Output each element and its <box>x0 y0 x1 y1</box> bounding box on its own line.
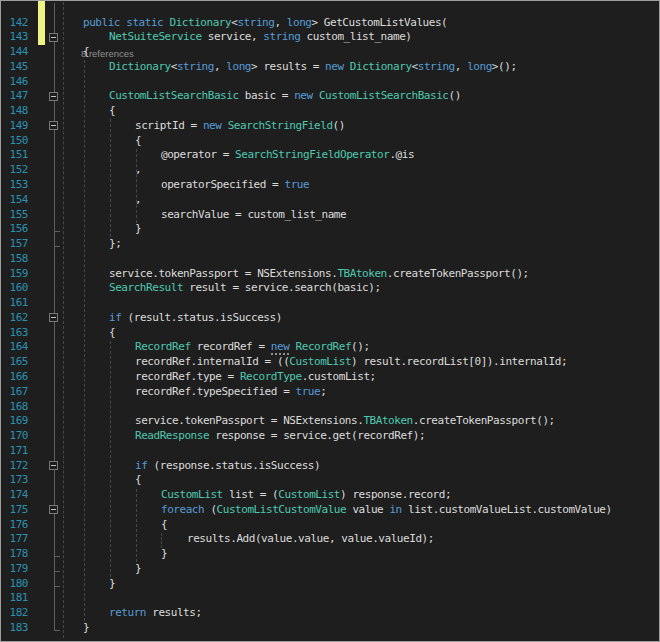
line-number[interactable]: 179 <box>1 562 28 577</box>
code-line[interactable]: 158 <box>1 252 659 267</box>
code-editor[interactable]: 8 references 142public static Dictionary… <box>0 0 660 642</box>
code-line[interactable]: 175foreach (CustomListCustomValue value … <box>1 503 659 518</box>
line-number[interactable]: 169 <box>1 414 28 429</box>
codelens-row[interactable]: 8 references <box>1 1 659 16</box>
code-line[interactable]: 178} <box>1 547 659 562</box>
code-text: foreach (CustomListCustomValue value in … <box>63 503 659 518</box>
code-line[interactable]: 159service.tokenPassport = NSExtensions.… <box>1 267 659 282</box>
code-line[interactable]: 145Dictionary<string, long> results = ne… <box>1 60 659 75</box>
line-number[interactable]: 177 <box>1 532 28 547</box>
line-number[interactable]: 162 <box>1 311 28 326</box>
code-text: recordRef.typeSpecified = true; <box>63 385 659 400</box>
line-number[interactable]: 182 <box>1 606 28 621</box>
code-text: recordRef.internalId = ((CustomList) res… <box>63 355 659 370</box>
line-number[interactable]: 176 <box>1 518 28 533</box>
line-number[interactable]: 156 <box>1 222 28 237</box>
line-number[interactable]: 147 <box>1 89 28 104</box>
code-line[interactable]: 146 <box>1 75 659 90</box>
code-line[interactable]: 167recordRef.typeSpecified = true; <box>1 385 659 400</box>
line-number[interactable]: 175 <box>1 503 28 518</box>
line-number[interactable]: 163 <box>1 326 28 341</box>
line-number[interactable]: 164 <box>1 340 28 355</box>
code-text: results.Add(value.value, value.valueId); <box>63 532 659 547</box>
code-line[interactable]: 170ReadResponse response = service.get(r… <box>1 429 659 444</box>
line-number[interactable]: 166 <box>1 370 28 385</box>
code-line[interactable]: 154, <box>1 193 659 208</box>
line-number[interactable]: 171 <box>1 444 28 459</box>
line-number[interactable]: 183 <box>1 621 28 636</box>
code-line[interactable]: 171 <box>1 444 659 459</box>
line-number[interactable]: 146 <box>1 75 28 90</box>
code-line[interactable]: 168 <box>1 400 659 415</box>
code-line[interactable]: 166recordRef.type = RecordType.customLis… <box>1 370 659 385</box>
line-number[interactable]: 151 <box>1 148 28 163</box>
code-line[interactable]: 155searchValue = custom_list_name <box>1 208 659 223</box>
code-line[interactable]: 152, <box>1 163 659 178</box>
line-number[interactable]: 172 <box>1 459 28 474</box>
code-line[interactable]: 143NetSuiteService service, string custo… <box>1 30 659 45</box>
code-line[interactable]: 161 <box>1 296 659 311</box>
code-text: @operator = SearchStringFieldOperator.@i… <box>63 148 659 163</box>
line-number[interactable]: 168 <box>1 400 28 415</box>
fold-collapse-icon[interactable] <box>49 92 58 101</box>
line-number[interactable]: 158 <box>1 252 28 267</box>
line-number[interactable]: 154 <box>1 193 28 208</box>
code-line[interactable]: 163{ <box>1 326 659 341</box>
line-number[interactable]: 155 <box>1 208 28 223</box>
code-line[interactable]: 157}; <box>1 237 659 252</box>
code-line[interactable]: 172if (response.status.isSuccess) <box>1 459 659 474</box>
code-line[interactable]: 148{ <box>1 104 659 119</box>
code-line[interactable]: 144{ <box>1 45 659 60</box>
fold-collapse-icon[interactable] <box>49 461 58 470</box>
code-line[interactable]: 182return results; <box>1 606 659 621</box>
code-line[interactable]: 165recordRef.internalId = ((CustomList) … <box>1 355 659 370</box>
code-text: SearchResult result = service.search(bas… <box>63 281 659 296</box>
line-number[interactable]: 180 <box>1 577 28 592</box>
line-number[interactable]: 161 <box>1 296 28 311</box>
fold-collapse-icon[interactable] <box>49 313 58 322</box>
code-line[interactable]: 181 <box>1 591 659 606</box>
code-text: searchValue = custom_list_name <box>63 208 659 223</box>
line-number[interactable]: 174 <box>1 488 28 503</box>
code-line[interactable]: 174CustomList list = (CustomList) respon… <box>1 488 659 503</box>
line-number[interactable]: 160 <box>1 281 28 296</box>
line-number[interactable]: 149 <box>1 119 28 134</box>
code-line[interactable]: 153operatorSpecified = true <box>1 178 659 193</box>
code-line[interactable]: 176{ <box>1 518 659 533</box>
line-number[interactable]: 157 <box>1 237 28 252</box>
line-number[interactable]: 144 <box>1 45 28 60</box>
code-line[interactable]: 156} <box>1 222 659 237</box>
fold-collapse-icon[interactable] <box>49 121 58 130</box>
line-number[interactable]: 142 <box>1 16 28 31</box>
fold-collapse-icon[interactable] <box>49 33 58 42</box>
line-number[interactable]: 153 <box>1 178 28 193</box>
line-number[interactable]: 148 <box>1 104 28 119</box>
line-number[interactable]: 170 <box>1 429 28 444</box>
line-number[interactable]: 165 <box>1 355 28 370</box>
code-line[interactable]: 180} <box>1 577 659 592</box>
line-number[interactable]: 173 <box>1 473 28 488</box>
line-number[interactable]: 150 <box>1 134 28 149</box>
fold-collapse-icon[interactable] <box>49 505 58 514</box>
line-number[interactable]: 167 <box>1 385 28 400</box>
line-number[interactable]: 145 <box>1 60 28 75</box>
code-line[interactable]: 150{ <box>1 134 659 149</box>
code-line[interactable]: 162if (result.status.isSuccess) <box>1 311 659 326</box>
line-number[interactable]: 143 <box>1 30 28 45</box>
code-line[interactable]: 179} <box>1 562 659 577</box>
code-line[interactable]: 160SearchResult result = service.search(… <box>1 281 659 296</box>
code-line[interactable]: 169service.tokenPassport = NSExtensions.… <box>1 414 659 429</box>
code-line[interactable]: 149scriptId = new SearchStringField() <box>1 119 659 134</box>
code-line[interactable]: 164RecordRef recordRef = new RecordRef()… <box>1 340 659 355</box>
code-line[interactable]: 142public static Dictionary<string, long… <box>1 16 659 31</box>
line-number[interactable]: 181 <box>1 591 28 606</box>
code-line[interactable]: 183} <box>1 621 659 636</box>
code-line[interactable]: 147CustomListSearchBasic basic = new Cus… <box>1 89 659 104</box>
line-number[interactable]: 159 <box>1 267 28 282</box>
code-line[interactable]: 173{ <box>1 473 659 488</box>
line-number[interactable]: 152 <box>1 163 28 178</box>
code-line[interactable]: 151@operator = SearchStringFieldOperator… <box>1 148 659 163</box>
code-line[interactable]: 177results.Add(value.value, value.valueI… <box>1 532 659 547</box>
code-rows: 8 references 142public static Dictionary… <box>1 1 659 636</box>
line-number[interactable]: 178 <box>1 547 28 562</box>
